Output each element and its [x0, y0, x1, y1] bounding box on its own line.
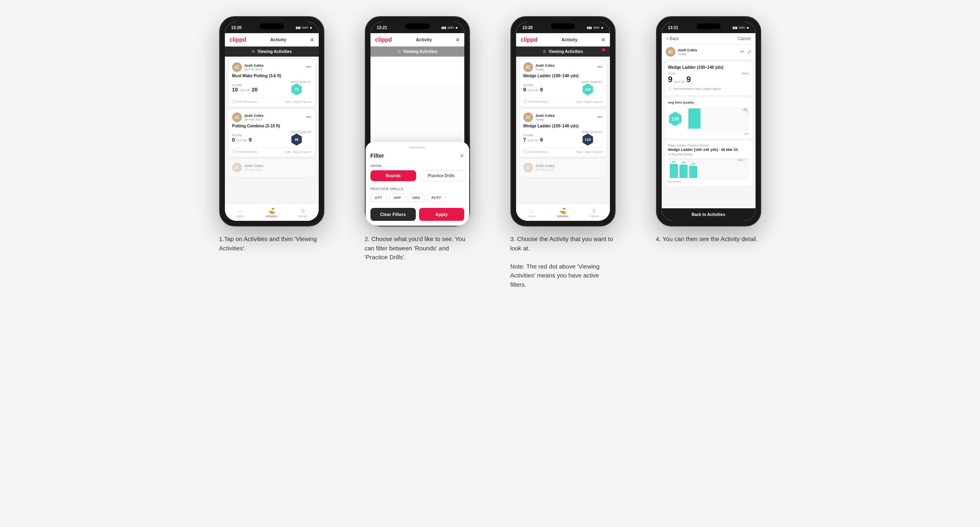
activity-card-3-1[interactable]: JC Josh Coles Today ••• Wedge Ladder (10… [519, 109, 607, 157]
stats-row-3-1: Score 7 OUT OF 9 Shot Quality 118 [523, 131, 603, 146]
shots-value-3-0: 9 [540, 87, 543, 93]
arg-tag[interactable]: ARG [408, 193, 425, 202]
stats-row-1-0: Score 10 OUT OF 20 Shot Quality 75 [232, 80, 311, 95]
nav-capture-1[interactable]: ⊕ Capture [287, 206, 318, 219]
menu-icon-1[interactable]: ≡ [310, 36, 313, 43]
nav-home-3[interactable]: ⌂ Home [516, 206, 547, 219]
avatar-3-2: JC [523, 163, 533, 172]
ott-tag[interactable]: OTT [370, 193, 387, 202]
menu-icon-3[interactable]: ≡ [601, 36, 605, 43]
capture-label-3: Capture [589, 215, 599, 218]
avatar-1-2: JC [232, 163, 242, 172]
user-meta-3-0: Josh Coles Today [536, 63, 555, 71]
more-dots-1-0[interactable]: ••• [306, 64, 311, 70]
notch-pill-1 [260, 23, 284, 29]
time-2: 13:21 [377, 25, 387, 30]
signal-icon-4: ▮▮▮ [732, 26, 737, 30]
activity-card-3-0[interactable]: JC Josh Coles Today ••• Wedge Ladder (10… [519, 59, 607, 107]
sq-label-1-1: Shot Quality [290, 131, 311, 133]
user-info-1-2: JC Josh Coles 28 Feb 2023 [232, 163, 264, 172]
apply-button[interactable]: Apply [419, 208, 464, 221]
nav-activities-3[interactable]: ⛳ Activities [547, 206, 578, 219]
user-meta-1-1: Josh Coles 28 Feb 2023 [244, 114, 264, 121]
wifi-icon-4: WiFi [739, 26, 745, 30]
close-button[interactable]: ✕ [459, 152, 464, 159]
viewing-bar-1[interactable]: ⚙ Viewing Activities [225, 47, 319, 57]
nav-home-1[interactable]: ⌂ Home [225, 206, 256, 219]
session-sub-4: ••• Avg Shot Quality [668, 153, 749, 156]
detail-user-name-4: Josh Coles [678, 48, 697, 52]
nav-activities-1[interactable]: ⛳ Activities [256, 206, 287, 219]
phone-screen-4: 13:21 ▮▮▮ WiFi ■ < Back Cancel JC Jo [662, 22, 756, 221]
app-logo-3: clippd [521, 36, 538, 43]
user-date-3-1: Today [536, 118, 555, 121]
filter-icon-1: ⚙ [252, 49, 255, 54]
user-name-3-0: Josh Coles [536, 63, 555, 68]
edit-icon-4[interactable]: ✏ [740, 49, 744, 55]
user-name-1-1: Josh Coles [244, 114, 264, 118]
user-name-1-2: Josh Coles [244, 164, 264, 168]
status-icons-3: ▮▮▮ WiFi ■ [587, 26, 603, 30]
chart-bar-4-0 [670, 164, 678, 178]
app-title-2: Activity [416, 37, 432, 42]
menu-icon-2[interactable]: ≡ [456, 36, 459, 43]
clear-filters-button[interactable]: Clear Filters [370, 208, 416, 221]
user-name-1-0: Josh Coles [244, 63, 264, 68]
activity-card-1-1[interactable]: JC Josh Coles 28 Feb 2023 ••• Putting Co… [228, 109, 315, 157]
phone-frame-3: 13:20 ▮▮▮ WiFi ■ clippd Activity ≡ ⚙ Vie… [510, 16, 616, 226]
notch-pill-3 [551, 23, 575, 29]
avg-quality-label-4: Avg Shot Quality [668, 101, 749, 104]
avatar-1-0: JC [232, 62, 242, 72]
footer-left-1-0: i Test Information [232, 99, 257, 104]
expand-icon-4[interactable]: ⤢ [747, 49, 751, 55]
detail-user-date-4: Today [678, 52, 697, 56]
rounds-toggle[interactable]: Rounds [370, 170, 416, 181]
bar-1 [688, 108, 701, 129]
detail-shots-4: 9 [686, 75, 691, 84]
user-meta-3-1: Josh Coles Today [536, 114, 555, 121]
footer-right-3-0: Data: Clippd Capture [576, 99, 602, 104]
practice-drills-toggle[interactable]: Practice Drills [419, 170, 464, 181]
more-dots-3-0[interactable]: ••• [597, 64, 603, 70]
phone-screen-3: 13:20 ▮▮▮ WiFi ■ clippd Activity ≡ ⚙ Vie… [516, 22, 610, 221]
activity-card-1-2: JC Josh Coles 28 Feb 2023 [228, 159, 315, 177]
more-dots-1-1[interactable]: ••• [306, 114, 311, 120]
filter-icon-3: ⚙ [543, 49, 546, 54]
filter-modal: Filter ✕ Show Rounds Practice Drills Pra… [370, 142, 464, 221]
back-button-4[interactable]: < Back [667, 36, 679, 41]
notch-pill-4 [696, 23, 721, 29]
scroll-area-1: JC Josh Coles 28 Feb 2023 ••• Must Make … [225, 57, 319, 204]
activity-title-1-0: Must Make Putting (3-6 ft) [232, 74, 311, 78]
info-icon-1-1: i [232, 150, 236, 154]
activity-card-3-2: JC Josh Coles 28 Feb 2023 [519, 159, 607, 177]
user-info-1-0: JC Josh Coles 28 Feb 2023 [232, 62, 264, 72]
cancel-button-4[interactable]: Cancel [738, 36, 750, 41]
more-dots-3-1[interactable]: ••• [597, 114, 603, 120]
user-info-1-1: JC Josh Coles 28 Feb 2023 [232, 112, 264, 122]
phone-frame-2: 13:21 ▮▮▮ WiFi ■ clippd Activity ≡ ⚙ Vie… [365, 16, 470, 226]
status-icons-4: ▮▮▮ WiFi ■ [732, 26, 749, 30]
score-col-label-4: Score [668, 72, 691, 75]
phone-column-3: 13:20 ▮▮▮ WiFi ■ clippd Activity ≡ ⚙ Vie… [498, 16, 628, 289]
sq-label-3-1: Shot Quality [582, 131, 602, 133]
battery-icon-4: ■ [747, 26, 749, 30]
activity-card-1-0[interactable]: JC Josh Coles 28 Feb 2023 ••• Must Make … [228, 59, 315, 107]
phone-screen-1: 13:20 ▮▮▮ WiFi ■ clippd Activity ≡ ⚙ Vie… [225, 22, 319, 221]
back-to-activities-button[interactable]: Back to Activities [662, 208, 756, 221]
quality-chart-4: 130 100500 [686, 107, 749, 131]
activities-label-3: Activities [557, 215, 569, 218]
nav-capture-3[interactable]: ⊕ Capture [578, 206, 610, 219]
score-group-3-1: Score 7 OUT OF 9 [523, 134, 543, 143]
viewing-bar-3[interactable]: ⚙ Viewing Activities [516, 47, 610, 57]
home-label-1: Home [237, 215, 244, 218]
viewing-label-2: Viewing Activities [403, 49, 437, 54]
user-date-3-2: 28 Feb 2023 [536, 168, 555, 171]
sq-label-1-0: Shot Quality [290, 80, 311, 83]
app-title-1: Activity [270, 37, 286, 42]
shots-col-label-4: Shots [742, 72, 749, 75]
app-tag[interactable]: APP [389, 193, 406, 202]
shots-value-1-0: 20 [252, 87, 257, 93]
quality-badge-1-0: 75 [290, 83, 303, 95]
putt-tag[interactable]: PUTT [427, 193, 446, 202]
caption-4: 4. You can then see the Activity detail. [656, 235, 761, 244]
